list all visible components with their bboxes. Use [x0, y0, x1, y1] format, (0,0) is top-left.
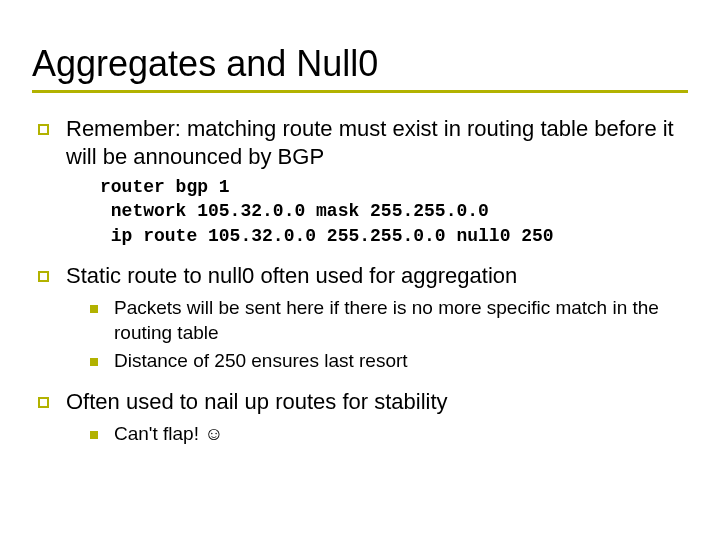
code-block: router bgp 1 network 105.32.0.0 mask 255…	[100, 175, 688, 248]
bullet-remember: Remember: matching route must exist in r…	[32, 115, 688, 248]
slide: Aggregates and Null0 Remember: matching …	[0, 0, 720, 540]
bullet-text: Distance of 250 ensures last resort	[114, 350, 408, 371]
sub-bullet-packets: Packets will be sent here if there is no…	[84, 296, 688, 345]
sublist-nail: Can't flap! ☺	[66, 422, 688, 447]
slide-title: Aggregates and Null0	[32, 44, 688, 84]
bullet-text: Packets will be sent here if there is no…	[114, 297, 659, 343]
sub-bullet-distance: Distance of 250 ensures last resort	[84, 349, 688, 374]
bullet-text: Remember: matching route must exist in r…	[66, 116, 674, 169]
bullet-nail-up: Often used to nail up routes for stabili…	[32, 388, 688, 447]
content-list: Remember: matching route must exist in r…	[32, 115, 688, 447]
bullet-text: Often used to nail up routes for stabili…	[66, 389, 448, 414]
sublist-static: Packets will be sent here if there is no…	[66, 296, 688, 374]
bullet-text: Can't flap! ☺	[114, 423, 224, 444]
sub-bullet-cant-flap: Can't flap! ☺	[84, 422, 688, 447]
title-underline	[32, 90, 688, 93]
bullet-static-route: Static route to null0 often used for agg…	[32, 262, 688, 374]
bullet-text: Static route to null0 often used for agg…	[66, 263, 517, 288]
